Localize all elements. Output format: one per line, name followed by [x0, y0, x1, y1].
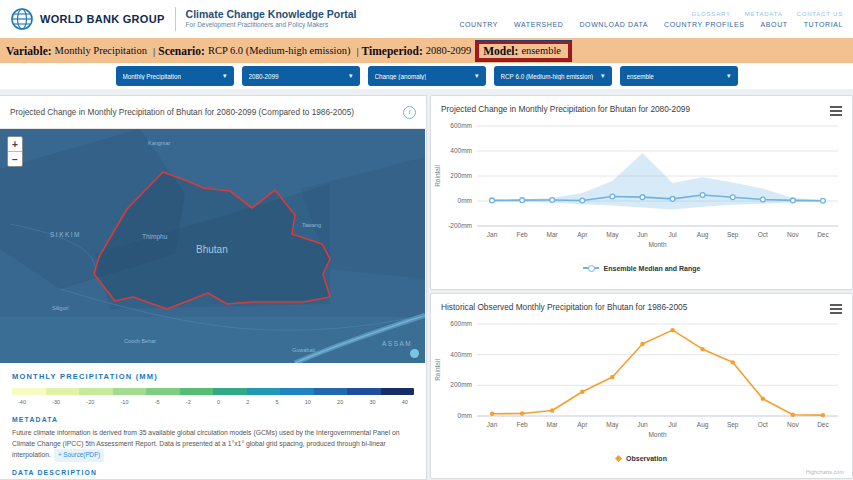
ramp-segment	[280, 388, 314, 395]
map-label: ASSAM	[382, 340, 412, 347]
top-link-metadata[interactable]: METADATA	[745, 11, 783, 17]
metadata-text: Future climate information is derived fr…	[12, 427, 414, 462]
portal-title-block: Climate Change Knowledge Portal For Deve…	[186, 8, 357, 30]
svg-text:Sep: Sep	[727, 421, 739, 429]
svg-text:Nov: Nov	[787, 231, 799, 238]
svg-text:Month: Month	[648, 241, 666, 248]
map-attribution-icon[interactable]	[410, 349, 419, 358]
model-label: Model:	[483, 45, 518, 57]
svg-text:Rainfall: Rainfall	[434, 165, 441, 187]
metadata-section: METADATA Future climate information is d…	[0, 409, 426, 462]
ramp-tick: 0	[217, 399, 220, 405]
variable-value: Monthly Precipitation	[55, 45, 147, 56]
svg-text:400mm: 400mm	[450, 147, 472, 154]
filter-dropdown-0[interactable]: Monthly Precipitation▾	[116, 66, 234, 86]
chart1-svg: 600mm400mm200mm0mmJanFebMarAprMayJunJulA…	[431, 316, 852, 446]
svg-text:Nov: Nov	[787, 421, 799, 428]
dropdown-value: RCP 6.0 (Medium-high emission)	[501, 73, 594, 80]
dropdown-value: 2080-2099	[249, 73, 279, 80]
map[interactable]: KangmarTawangSIKKIMThimphuBhutanSiliguri…	[0, 129, 425, 363]
filter-dropdown-2[interactable]: Change (anomaly)▾	[368, 66, 486, 86]
top-link-glossary[interactable]: GLOSSARY	[692, 11, 731, 17]
projected-chart-card: Projected Change in Monthly Precipitatio…	[430, 95, 853, 290]
legend-ticks: -40-30-20-10-5-202510203040	[12, 399, 414, 405]
observation-legend-marker	[615, 454, 622, 461]
svg-text:Month: Month	[648, 431, 666, 438]
chevron-down-icon: ▾	[727, 72, 731, 80]
top-link-contact-us[interactable]: CONTACT US	[797, 11, 843, 17]
projected-chart-title-row: Projected Change in Monthly Precipitatio…	[431, 96, 852, 118]
header: WORLD BANK GROUP Climate Change Knowledg…	[0, 0, 853, 39]
separator: |	[153, 45, 155, 57]
ramp-segment	[347, 388, 381, 395]
svg-text:Aug: Aug	[697, 231, 709, 239]
cckp-app: WORLD BANK GROUP Climate Change Knowledg…	[0, 0, 853, 480]
ramp-segment	[146, 388, 180, 395]
ramp-segment	[213, 388, 247, 395]
legend-color-ramp	[12, 388, 414, 395]
timeperiod-label: Timeperiod:	[362, 45, 423, 57]
nav-link-watershed[interactable]: WATERSHED	[514, 21, 563, 28]
selection-banner: Variable: Monthly Precipitation | Scenar…	[0, 38, 853, 63]
projected-chart-legend[interactable]: Ensemble Median and Range	[431, 260, 852, 276]
svg-text:Dec: Dec	[817, 421, 829, 428]
nav-link-country[interactable]: COUNTRY	[459, 21, 498, 28]
portal-title: Climate Change Knowledge Portal	[186, 8, 357, 21]
ramp-segment	[314, 388, 348, 395]
historical-chart-title-row: Historical Observed Monthly Precipitatio…	[431, 294, 852, 316]
scenario-label: Scenario:	[158, 45, 205, 57]
data-description-section: DATA DESCRIPTION Mean or change in month…	[0, 462, 426, 480]
historical-chart: 600mm400mm200mm0mmJanFebMarAprMayJunJulA…	[431, 316, 852, 450]
world-bank-logo[interactable]: WORLD BANK GROUP	[10, 7, 165, 31]
dropdown-value: ensemble	[627, 73, 654, 80]
map-legend: MONTHLY PRECIPITATION (MM) -40-30-20-10-…	[0, 363, 426, 409]
svg-text:600mm: 600mm	[450, 122, 472, 129]
model-highlight-box: Model: ensemble	[476, 41, 571, 61]
svg-text:Apr: Apr	[577, 231, 588, 239]
svg-text:Feb: Feb	[517, 231, 529, 238]
map-canvas: KangmarTawangSIKKIMThimphuBhutanSiliguri…	[0, 129, 425, 363]
filter-dropdown-1[interactable]: 2080-2099▾	[242, 66, 360, 86]
ramp-segment	[46, 388, 80, 395]
ramp-tick: -2	[186, 399, 191, 405]
filter-dropdown-3[interactable]: RCP 6.0 (Medium-high emission)▾	[494, 66, 612, 86]
map-label: Thimphu	[142, 233, 168, 241]
nav-link-country-profiles[interactable]: COUNTRY PROFILES	[664, 21, 745, 28]
info-icon[interactable]: i	[403, 106, 416, 119]
ramp-segment	[180, 388, 214, 395]
map-label: Guwahati	[292, 347, 315, 353]
map-label: Cooch Behar	[124, 338, 156, 344]
map-title-row: Projected Change in Monthly Precipitatio…	[0, 96, 426, 129]
chart-menu-icon[interactable]	[830, 104, 842, 116]
scenario-value: RCP 6.0 (Medium-high emission)	[208, 45, 351, 56]
portal-subtitle: For Development Practitioners and Policy…	[186, 21, 357, 29]
svg-text:Rainfall: Rainfall	[434, 359, 441, 381]
nav-link-download-data[interactable]: DOWNLOAD DATA	[579, 21, 648, 28]
projected-chart-title: Projected Change in Monthly Precipitatio…	[441, 104, 690, 114]
svg-text:Oct: Oct	[758, 421, 768, 428]
nav-link-about[interactable]: ABOUT	[761, 21, 788, 28]
ramp-tick: 20	[337, 399, 343, 405]
variable-label: Variable:	[6, 45, 52, 57]
zoom-in-button[interactable]: +	[8, 137, 22, 152]
filter-dropdown-4[interactable]: ensemble▾	[620, 66, 738, 86]
ensemble-legend-marker	[583, 267, 599, 269]
chart-menu-icon[interactable]	[830, 302, 842, 314]
dropdown-value: Change (anomaly)	[375, 73, 427, 80]
header-nav: GLOSSARYMETADATACONTACT US COUNTRYWATERS…	[459, 11, 843, 28]
main-nav: COUNTRYWATERSHEDDOWNLOAD DATACOUNTRY PRO…	[459, 21, 843, 28]
ramp-tick: 10	[305, 399, 311, 405]
ramp-segment	[12, 388, 46, 395]
top-links: GLOSSARYMETADATACONTACT US	[692, 11, 844, 17]
svg-text:Jun: Jun	[637, 231, 648, 238]
ramp-tick: -20	[86, 399, 94, 405]
zoom-out-button[interactable]: −	[8, 152, 22, 166]
nav-link-tutorial[interactable]: TUTORIAL	[804, 21, 843, 28]
ramp-tick: 5	[275, 399, 278, 405]
projected-chart: 600mm400mm200mm0mm-200mmJanFebMarAprMayJ…	[431, 118, 852, 260]
map-label: SIKKIM	[50, 231, 81, 238]
svg-text:400mm: 400mm	[450, 351, 472, 358]
historical-chart-legend[interactable]: Observation	[431, 450, 852, 466]
model-value: ensemble	[521, 45, 561, 56]
source-pdf-link[interactable]: + Source(PDF)	[54, 449, 104, 461]
